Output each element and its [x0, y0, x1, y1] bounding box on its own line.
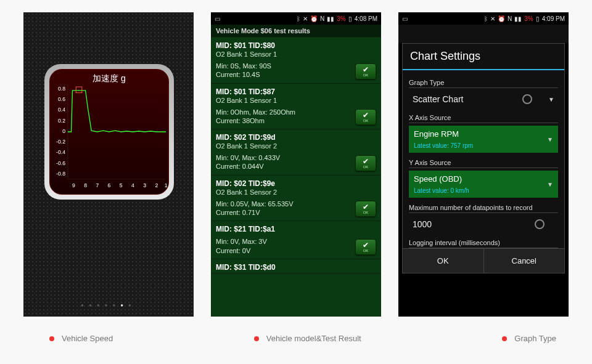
graph-type-value: Scatter Chart [413, 94, 463, 104]
battery-percent: 3% [524, 15, 533, 22]
captions-row: Vehicle Speed Vehicle model&Test Result … [0, 317, 592, 343]
check-icon: ✔ [363, 158, 369, 165]
check-icon: ✔ [363, 241, 369, 249]
y-axis-select[interactable]: Speed (OBD) Latest value: 0 km/h ▼ [409, 171, 558, 198]
settings-screen: Chart Settings Graph Type Scatter Chart … [398, 43, 569, 317]
bullet-icon [49, 336, 54, 341]
phone-vehicle-speed: 加速度 g 0.8 0.6 0.4 0.2 0 [23, 12, 194, 317]
battery-icon: ▯ [536, 15, 540, 22]
caption-text: Vehicle Speed [62, 334, 113, 343]
test-row[interactable]: MID: $01 TID:$87 O2 Bank 1 Sensor 1 Min:… [211, 84, 381, 130]
svg-text:-0.6: -0.6 [56, 160, 65, 166]
ok-badge[interactable]: ✔ OK [355, 239, 376, 255]
phone-test-results: ▭ ᛒ ✕ ⏰ N ▮▮ 3% ▯ 4:08 PM Vehicle Mode $… [211, 12, 381, 317]
test-sensor: O2 Bank 1 Sensor 2 [216, 142, 376, 150]
graph-type-select[interactable]: Scatter Chart ▼ [409, 88, 558, 110]
ok-badge[interactable]: ✔ OK [355, 109, 376, 125]
separator [409, 123, 558, 123]
test-row[interactable]: MID: $01 TID:$80 O2 Bank 1 Sensor 1 Min:… [211, 38, 381, 84]
bullet-icon [254, 336, 259, 341]
svg-text:9: 9 [72, 182, 75, 188]
clock: 4:08 PM [355, 15, 377, 22]
cancel-button[interactable]: Cancel [484, 249, 565, 273]
max-datapoints-value: 1000 [413, 219, 432, 229]
caption-text: Vehicle model&Test Result [266, 334, 361, 343]
test-row[interactable]: MID: $31 TID:$d0 [211, 259, 381, 273]
ok-label: OK [363, 73, 369, 77]
test-mid: MID: $21 TID:$a1 [216, 225, 376, 233]
ok-badge[interactable]: ✔ OK [355, 201, 376, 217]
logging-interval-label: Logging interval (milliseconds) [409, 239, 558, 246]
svg-text:0.2: 0.2 [58, 118, 65, 124]
svg-text:7: 7 [96, 182, 99, 188]
svg-text:1: 1 [165, 182, 168, 188]
test-row[interactable]: MID: $02 TID:$9d O2 Bank 1 Sensor 2 Min:… [211, 129, 381, 176]
max-datapoints-input[interactable]: 1000 [409, 213, 558, 235]
test-current: Current: 0V [216, 246, 376, 255]
svg-text:0.6: 0.6 [58, 96, 65, 102]
silent-icon: ✕ [303, 15, 308, 22]
ok-label: OK [363, 119, 369, 123]
test-row[interactable]: MID: $02 TID:$9e O2 Bank 1 Sensor 2 Min:… [211, 176, 381, 222]
y-axis-value: Speed (OBD) [414, 174, 469, 184]
svg-text:0: 0 [62, 128, 65, 134]
svg-rect-20 [76, 87, 82, 93]
test-current: Current: 38Ohm [216, 116, 376, 125]
check-icon: ✔ [363, 203, 369, 211]
status-bar: ▭ ᛒ ✕ ⏰ N ▮▮ 3% ▯ 4:08 PM [211, 12, 381, 25]
test-results-screen: Vehicle Mode $06 test results MID: $01 T… [211, 25, 381, 317]
check-icon: ✔ [363, 66, 369, 73]
test-minmax: Min: 0S, Max: 90S [216, 62, 376, 70]
test-minmax: Min: 0V, Max: 3V [216, 237, 376, 246]
svg-text:8: 8 [84, 182, 87, 188]
chevron-down-icon: ▼ [547, 136, 553, 143]
x-axis-hint: Latest value: 757 rpm [414, 142, 473, 149]
obd-icon: ▭ [402, 15, 408, 22]
ok-label: OK [363, 249, 369, 253]
y-axis-label: Y Axis Source [409, 159, 558, 166]
signal-icon: ▮▮ [327, 15, 334, 22]
test-minmax: Min: 0.05V, Max: 65.535V [216, 200, 376, 208]
caption-text: Graph Type [514, 334, 556, 343]
test-mid: MID: $01 TID:$87 [216, 87, 376, 96]
test-sensor: O2 Bank 1 Sensor 1 [216, 97, 376, 104]
dialog-title: Chart Settings [403, 44, 564, 70]
page-indicator: ●●●●●●● [23, 302, 194, 308]
svg-text:2: 2 [155, 182, 158, 188]
battery-percent: 3% [337, 15, 345, 22]
signal-icon: ▮▮ [514, 15, 522, 22]
graph-type-label: Graph Type [409, 79, 558, 86]
svg-text:3: 3 [143, 182, 146, 188]
ok-button[interactable]: OK [403, 249, 484, 273]
status-bar: ▭ ᛒ ✕ ⏰ N ▮▮ 3% ▯ 4:09 PM [398, 12, 569, 25]
test-mid: MID: $02 TID:$9d [216, 133, 376, 142]
caption-3: Graph Type [502, 334, 556, 343]
gauge-chart: 0.8 0.6 0.4 0.2 0 -0.2 -0.4 -0.6 -0.8 [50, 70, 168, 194]
test-current: Current: 0.044V [216, 162, 376, 171]
bluetooth-icon: ᛒ [484, 15, 488, 22]
ok-badge[interactable]: ✔ OK [355, 63, 376, 79]
chevron-down-icon: ▼ [548, 96, 554, 103]
svg-text:5: 5 [120, 182, 123, 188]
x-axis-value: Engine RPM [414, 129, 473, 139]
radio-icon [535, 219, 545, 229]
x-axis-select[interactable]: Engine RPM Latest value: 757 rpm ▼ [409, 126, 558, 153]
dialog-buttons: OK Cancel [403, 248, 564, 273]
ok-label: OK [363, 211, 369, 214]
test-sensor: O2 Bank 1 Sensor 2 [216, 188, 376, 196]
caption-2: Vehicle model&Test Result [254, 334, 361, 343]
test-current: Current: 0.71V [216, 208, 376, 217]
y-axis-hint: Latest value: 0 km/h [414, 187, 469, 194]
ok-badge[interactable]: ✔ OK [355, 155, 376, 171]
radio-icon [522, 94, 532, 104]
bullet-icon [502, 336, 507, 341]
x-axis-label: X Axis Source [409, 114, 558, 121]
svg-text:0.4: 0.4 [58, 107, 65, 113]
nfc-icon: N [508, 15, 512, 22]
nfc-icon: N [320, 15, 324, 22]
separator [409, 168, 558, 168]
alarm-icon: ⏰ [310, 15, 318, 22]
test-row[interactable]: MID: $21 TID:$a1 Min: 0V, Max: 3V Curren… [211, 221, 381, 259]
svg-text:-0.2: -0.2 [56, 139, 65, 145]
svg-text:-0.8: -0.8 [56, 171, 65, 177]
